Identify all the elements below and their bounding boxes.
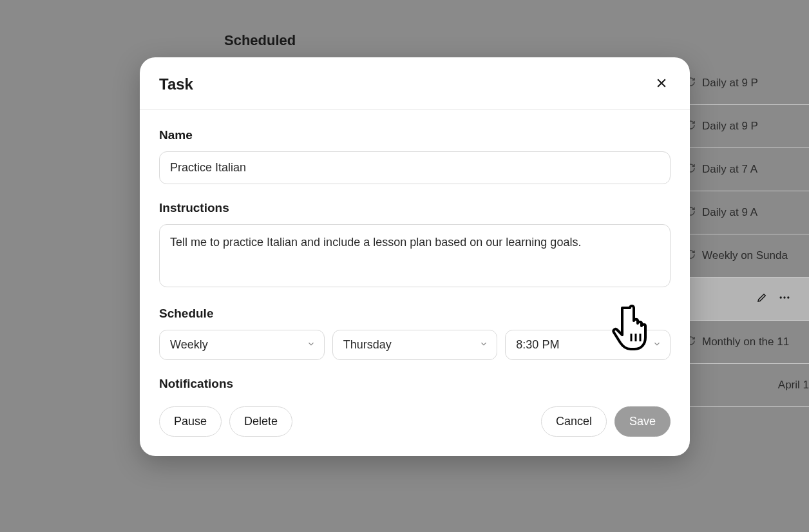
modal-header: Task	[140, 57, 690, 110]
day-select-wrap: Thursday	[332, 330, 498, 360]
modal-overlay: Task Name Instructions Schedule Wee	[0, 0, 809, 532]
instructions-label: Instructions	[159, 201, 671, 215]
save-button[interactable]: Save	[614, 406, 671, 437]
cancel-button[interactable]: Cancel	[541, 406, 607, 437]
instructions-input[interactable]	[159, 224, 671, 287]
schedule-label: Schedule	[159, 307, 671, 321]
delete-button[interactable]: Delete	[229, 406, 292, 437]
frequency-select[interactable]: Weekly	[159, 330, 325, 360]
modal-title: Task	[159, 75, 193, 93]
pause-button[interactable]: Pause	[159, 406, 222, 437]
notifications-field-group: Notifications	[159, 377, 671, 391]
modal-body: Name Instructions Schedule Weekly	[140, 110, 690, 406]
name-label: Name	[159, 128, 671, 142]
day-select[interactable]: Thursday	[332, 330, 498, 360]
instructions-field-group: Instructions	[159, 201, 671, 290]
frequency-select-wrap: Weekly	[159, 330, 325, 360]
schedule-field-group: Schedule Weekly Thursday	[159, 307, 671, 360]
task-modal: Task Name Instructions Schedule Wee	[140, 57, 690, 456]
name-field-group: Name	[159, 128, 671, 184]
time-select-wrap: 8:30 PM	[505, 330, 671, 360]
notifications-label: Notifications	[159, 377, 671, 391]
close-icon	[655, 77, 668, 91]
modal-footer: Pause Delete Cancel Save	[140, 406, 690, 456]
close-button[interactable]	[652, 74, 671, 94]
name-input[interactable]	[159, 151, 671, 184]
time-select[interactable]: 8:30 PM	[505, 330, 671, 360]
